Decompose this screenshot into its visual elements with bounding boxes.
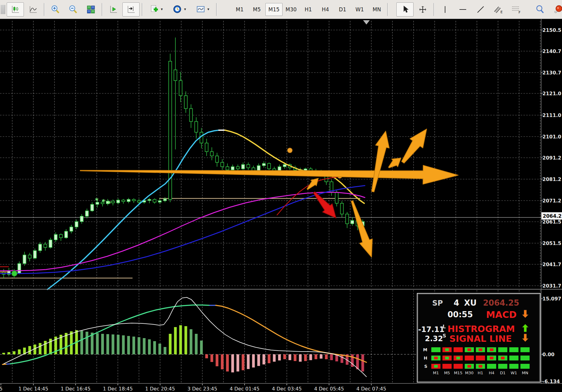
label: S bbox=[443, 333, 446, 339]
label: XU bbox=[464, 298, 477, 307]
macd-histogram-bar bbox=[70, 331, 73, 354]
candle-body bbox=[215, 156, 219, 162]
macd-histogram-bar bbox=[299, 354, 302, 362]
macd-histogram-bar bbox=[127, 336, 130, 354]
macd-histogram-bar bbox=[247, 354, 250, 369]
period-icon bbox=[173, 5, 182, 14]
label: 2064.25 bbox=[483, 298, 519, 307]
macd-histogram-bar bbox=[283, 354, 286, 359]
candle-body bbox=[117, 200, 120, 203]
macd-histogram-bar bbox=[315, 354, 317, 359]
candle-body bbox=[132, 199, 135, 201]
vertical-line-icon bbox=[440, 5, 450, 14]
macd-histogram-bar bbox=[159, 344, 161, 354]
label: 5 bbox=[0, 386, 2, 392]
magnifier-icon bbox=[535, 5, 545, 14]
dropdown-arrow-icon[interactable]: ▼ bbox=[207, 8, 209, 11]
magnifier-button[interactable] bbox=[531, 2, 549, 17]
candle-body bbox=[268, 164, 271, 169]
label: M30 bbox=[465, 371, 474, 375]
macd-histogram-bar bbox=[28, 346, 31, 354]
macd-histogram-bar bbox=[148, 339, 151, 354]
zoom-out-icon bbox=[68, 5, 78, 14]
dropdown-arrow-icon[interactable]: ▼ bbox=[184, 8, 186, 11]
candle-body bbox=[262, 164, 265, 166]
shapes-button[interactable] bbox=[549, 2, 562, 17]
auto-scroll-button[interactable] bbox=[105, 2, 122, 17]
candle-body bbox=[184, 96, 187, 108]
candle-body bbox=[189, 109, 193, 122]
timeframe-button-m30[interactable]: M30 bbox=[283, 3, 300, 16]
candle-body bbox=[75, 222, 78, 227]
timeframe-button-mn[interactable]: MN bbox=[368, 3, 385, 16]
macd-histogram-bar bbox=[200, 341, 203, 354]
matrix-cell bbox=[520, 347, 530, 352]
trendline-button[interactable] bbox=[472, 2, 489, 17]
chart-shift-button[interactable] bbox=[122, 2, 140, 17]
timeframe-button-h1[interactable]: H1 bbox=[300, 3, 317, 16]
macd-histogram-bar bbox=[278, 354, 281, 360]
label: 2.32 bbox=[425, 334, 443, 343]
candle-body bbox=[80, 216, 83, 222]
candle-body bbox=[221, 162, 224, 167]
candle-body bbox=[210, 152, 213, 156]
candle-body bbox=[33, 251, 36, 258]
matrix-cell-center bbox=[445, 349, 449, 351]
label: H4 bbox=[489, 371, 494, 375]
fibonacci-button[interactable]: F bbox=[508, 2, 525, 17]
horizontal-line-icon bbox=[458, 5, 467, 14]
star-mark: * bbox=[102, 198, 105, 205]
candle-body bbox=[54, 235, 57, 240]
macd-histogram-bar bbox=[304, 354, 307, 361]
equidistant-channel-button[interactable]: E bbox=[490, 2, 507, 17]
matrix-cell-center bbox=[501, 357, 504, 360]
macd-histogram-bar bbox=[122, 335, 125, 354]
timeframe-button-m5[interactable]: M5 bbox=[248, 3, 265, 16]
label: -6.134 bbox=[542, 379, 560, 384]
vertical-line-button[interactable] bbox=[436, 2, 454, 17]
candlestick-chart-icon bbox=[11, 5, 20, 14]
toolbar: ▼▼▼M1M5M15M30H1H4D1W1MNEF bbox=[0, 0, 562, 19]
macd-histogram-bar bbox=[263, 354, 265, 364]
label: 1 Dec 14:45 bbox=[18, 386, 48, 392]
matrix-cell-center bbox=[479, 365, 482, 368]
candlestick-chart-button[interactable] bbox=[7, 2, 24, 17]
cursor-button[interactable] bbox=[396, 2, 414, 17]
macd-histogram-bar bbox=[237, 354, 239, 371]
tile-windows-button[interactable] bbox=[82, 2, 99, 17]
macd-histogram-bar bbox=[174, 327, 177, 354]
cursor-icon bbox=[400, 5, 410, 14]
macd-histogram-bar bbox=[107, 334, 109, 354]
candle-body bbox=[127, 199, 130, 202]
dropdown-arrow-icon[interactable]: ▼ bbox=[161, 8, 163, 11]
equidistant-channel-icon: E bbox=[493, 5, 504, 14]
macd-histogram-bar bbox=[117, 335, 120, 354]
matrix-cell-center bbox=[490, 357, 493, 360]
candle-body bbox=[226, 167, 229, 170]
label: W1 bbox=[511, 371, 517, 375]
candle-body bbox=[148, 199, 151, 201]
toolbar-separator bbox=[433, 3, 434, 16]
timeframe-button-m15[interactable]: M15 bbox=[265, 3, 283, 16]
label: 00:55 bbox=[448, 310, 473, 319]
period-button[interactable]: ▼ bbox=[168, 2, 191, 17]
timeframe-button-w1[interactable]: W1 bbox=[351, 3, 368, 16]
macd-histogram-bar bbox=[44, 341, 47, 354]
chart-area[interactable]: ***2150.52140.72130.72121.02111.02101.02… bbox=[0, 19, 562, 392]
zoom-in-button[interactable] bbox=[47, 2, 64, 17]
timeframe-button-h4[interactable]: H4 bbox=[317, 3, 334, 16]
line-chart-button[interactable] bbox=[24, 2, 42, 17]
macd-histogram-bar bbox=[362, 354, 364, 371]
timeframe-button-m1[interactable]: M1 bbox=[231, 3, 248, 16]
macd-histogram-bar bbox=[190, 329, 193, 354]
toolbar-separator bbox=[216, 3, 217, 16]
label: 4 bbox=[454, 298, 459, 307]
timeframe-button-d1[interactable]: D1 bbox=[334, 3, 351, 16]
macd-histogram-bar bbox=[185, 326, 187, 354]
zoom-out-button[interactable] bbox=[65, 2, 82, 17]
new-chart-button[interactable]: ▼ bbox=[145, 2, 167, 17]
candle-body bbox=[231, 167, 234, 170]
crosshair-button[interactable] bbox=[414, 2, 431, 17]
template-button[interactable]: ▼ bbox=[191, 2, 214, 17]
horizontal-line-button[interactable] bbox=[454, 2, 471, 17]
